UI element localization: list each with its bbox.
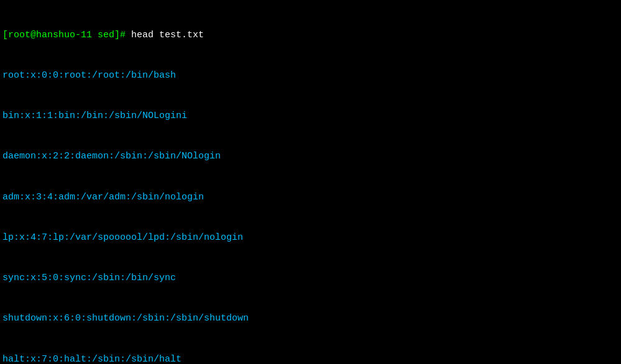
terminal-window: [root@hanshuo-11 sed]# head test.txt roo… (0, 0, 621, 364)
cmd-1: head test.txt (131, 30, 204, 40)
line-8: shutdown:x:6:0:shutdown:/sbin:/sbin/shut… (2, 312, 619, 325)
line-9: halt:x:7:0:halt:/sbin:/sbin/halt (2, 353, 619, 365)
line-3: bin:x:1:1:bin:/bin:/sbin/NOLogini (2, 109, 619, 123)
line-2: root:x:0:0:root:/root:/bin/bash (2, 69, 619, 83)
line-7: sync:x:5:0:sync:/sbin:/bin/sync (2, 271, 619, 285)
prompt-1: [root@hanshuo-11 sed]# (2, 30, 131, 40)
line-5: adm:x:3:4:adm:/var/adm:/sbin/nologin (2, 191, 619, 204)
line-4: daemon:x:2:2:daemon:/sbin:/sbin/NOlogin (2, 150, 619, 163)
line-6: lp:x:4:7:lp:/var/spoooool/lpd:/sbin/nolo… (2, 231, 619, 245)
line-1: [root@hanshuo-11 sed]# head test.txt (2, 29, 619, 42)
